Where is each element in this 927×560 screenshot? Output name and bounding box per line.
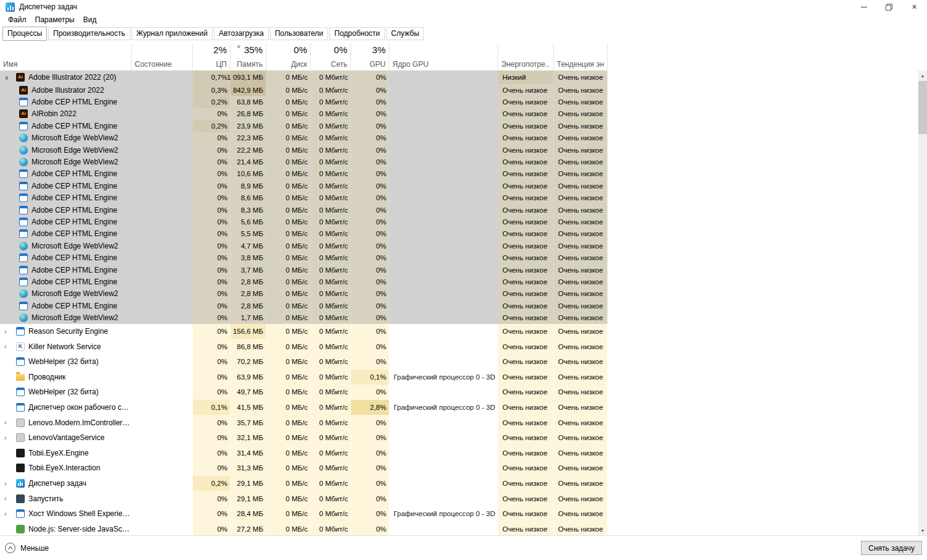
chevron-right-icon[interactable]: › — [2, 511, 16, 517]
process-name: Killer Network Service — [28, 342, 101, 351]
memory-value: 29,1 МБ — [231, 491, 266, 506]
power-usage-value: Очень низкое — [498, 491, 554, 506]
column-header-disk[interactable]: 0%Диск — [266, 43, 311, 70]
table-row[interactable]: Adobe CEP HTML Engine0%10,6 МБ0 МБ/с0 Мб… — [0, 168, 607, 180]
column-header-power_trend[interactable]: Тенденция эн... — [554, 43, 607, 70]
table-row[interactable]: Microsoft Edge WebView20%21,4 МБ0 МБ/с0 … — [0, 156, 607, 168]
table-row[interactable]: Adobe CEP HTML Engine0%2,8 МБ0 МБ/с0 Мби… — [0, 300, 607, 312]
scrollbar-thumb[interactable] — [918, 81, 927, 134]
table-row[interactable]: Adobe CEP HTML Engine0%2,8 МБ0 МБ/с0 Мби… — [0, 276, 607, 287]
tab-app-history[interactable]: Журнал приложений — [132, 27, 213, 40]
table-row[interactable]: WebHelper (32 бита)0%49,7 МБ0 МБ/с0 Мбит… — [0, 384, 607, 400]
process-name-cell: ›Диспетчер задач — [0, 476, 132, 491]
tab-performance[interactable]: Производительность — [48, 27, 130, 40]
tab-startup[interactable]: Автозагрузка — [214, 27, 269, 40]
column-header-memory[interactable]: ∨35%Память — [231, 43, 266, 70]
power-usage-value: Очень низкое — [498, 339, 554, 354]
table-row[interactable]: ∨AiAdobe Illustrator 2022 (20)0,7%1 093,… — [0, 70, 607, 84]
table-row[interactable]: ›Reason Security Engine0%156,6 МБ0 МБ/с0… — [0, 324, 607, 339]
vertical-scrollbar[interactable]: ▲ ▼ — [918, 70, 927, 535]
table-row[interactable]: Adobe CEP HTML Engine0%8,9 МБ0 МБ/с0 Мби… — [0, 180, 607, 192]
table-row[interactable]: Adobe CEP HTML Engine0%8,3 МБ0 МБ/с0 Мби… — [0, 204, 607, 216]
taskmgr-icon — [16, 479, 25, 488]
process-name: WebHelper (32 бита) — [28, 388, 98, 396]
table-row[interactable]: Tobii.EyeX.Interaction0%31,3 МБ0 МБ/с0 М… — [0, 460, 607, 476]
network-value: 0 Мбит/с — [311, 324, 351, 339]
network-value: 0 Мбит/с — [311, 415, 351, 430]
scroll-up-icon[interactable]: ▲ — [918, 70, 927, 80]
table-row[interactable]: Диспетчер окон рабочего стола0,1%41,5 МБ… — [0, 400, 607, 415]
cpu-value: 0% — [193, 446, 231, 461]
tab-details[interactable]: Подробности — [329, 27, 385, 40]
minimize-button[interactable] — [851, 0, 876, 14]
tab-users[interactable]: Пользователи — [270, 27, 328, 40]
disk-value: 0 МБ/с — [266, 415, 311, 430]
table-row[interactable]: Microsoft Edge WebView20%1,7 МБ0 МБ/с0 М… — [0, 312, 607, 323]
table-row[interactable]: Adobe CEP HTML Engine0%8,6 МБ0 МБ/с0 Мби… — [0, 192, 607, 204]
menu-item-file[interactable]: Файл — [4, 15, 31, 25]
cpu-value: 0% — [193, 300, 231, 312]
gpu-engine-value — [389, 339, 498, 354]
power-trend-value: Очень низкое — [554, 276, 607, 287]
process-name-cell: WebHelper (32 бита) — [0, 354, 132, 370]
table-row[interactable]: ›KKiller Network Service0%86,8 МБ0 МБ/с0… — [0, 339, 607, 354]
chevron-right-icon[interactable]: › — [2, 419, 16, 426]
chevron-right-icon[interactable]: › — [2, 343, 16, 350]
table-row[interactable]: ›LenovoVantageService0%32,1 МБ0 МБ/с0 Мб… — [0, 430, 607, 446]
network-value: 0 Мбит/с — [311, 108, 351, 120]
tab-processes[interactable]: Процессы — [2, 27, 47, 41]
table-row[interactable]: Microsoft Edge WebView20%22,2 МБ0 МБ/с0 … — [0, 144, 607, 156]
chevron-right-icon[interactable]: › — [2, 495, 16, 502]
status-value — [132, 276, 193, 287]
column-header-gpu_engine[interactable]: Ядро GPU — [389, 43, 498, 70]
table-row[interactable]: Adobe CEP HTML Engine0%3,7 МБ0 МБ/с0 Мби… — [0, 264, 607, 276]
table-row[interactable]: Microsoft Edge WebView20%2,8 МБ0 МБ/с0 М… — [0, 288, 607, 300]
network-value: 0 Мбит/с — [311, 70, 351, 84]
end-task-button[interactable]: Снять задачу — [861, 541, 922, 555]
fewer-details-toggle[interactable]: Меньше — [5, 543, 49, 553]
process-name: Adobe Illustrator 2022 — [32, 86, 104, 95]
table-row[interactable]: Проводник0%63,9 МБ0 МБ/с0 Мбит/с0,1%Граф… — [0, 370, 607, 385]
edge-webview-icon — [19, 289, 28, 298]
table-row[interactable]: Adobe CEP HTML Engine0%5,5 МБ0 МБ/с0 Мби… — [0, 228, 607, 240]
menu-item-view[interactable]: Вид — [78, 15, 101, 25]
menu-item-options[interactable]: Параметры — [31, 15, 79, 25]
memory-value: 8,6 МБ — [231, 192, 266, 204]
table-row[interactable]: Microsoft Edge WebView20%4,7 МБ0 МБ/с0 М… — [0, 240, 607, 252]
chevron-right-icon[interactable]: › — [2, 480, 16, 487]
gpu-engine-value — [389, 120, 498, 132]
table-row[interactable]: ›Диспетчер задач0,2%29,1 МБ0 МБ/с0 Мбит/… — [0, 476, 607, 491]
gpu-engine-value — [389, 324, 498, 339]
column-header-power[interactable]: Энергопотре... — [498, 43, 554, 70]
column-header-status[interactable]: Состояние — [132, 43, 193, 70]
table-row[interactable]: Adobe CEP HTML Engine0,2%23,9 МБ0 МБ/с0 … — [0, 120, 607, 132]
power-usage-value: Очень низкое — [498, 240, 554, 252]
close-button[interactable]: × — [902, 0, 927, 14]
table-row[interactable]: Adobe CEP HTML Engine0%5,6 МБ0 МБ/с0 Мби… — [0, 216, 607, 227]
column-header-network[interactable]: 0%Сеть — [311, 43, 351, 70]
tab-services[interactable]: Службы — [386, 27, 424, 40]
table-row[interactable]: ›Хост Windows Shell Experience0%28,4 МБ0… — [0, 506, 607, 522]
chevron-right-icon[interactable]: › — [2, 328, 16, 335]
chevron-down-icon[interactable]: ∨ — [2, 74, 16, 81]
column-header-name[interactable]: Имя — [0, 43, 132, 70]
column-header-cpu[interactable]: 2%ЦП — [193, 43, 231, 70]
table-row[interactable]: ›Запустить0%29,1 МБ0 МБ/с0 Мбит/с0%Очень… — [0, 491, 607, 506]
status-value — [132, 415, 193, 430]
table-row[interactable]: AiAdobe Illustrator 20220,3%842,9 МБ0 МБ… — [0, 84, 607, 96]
table-row[interactable]: ›Lenovo.Modern.ImController (3...0%35,7 … — [0, 415, 607, 430]
table-row[interactable]: Microsoft Edge WebView20%22,3 МБ0 МБ/с0 … — [0, 132, 607, 144]
table-row[interactable]: Adobe CEP HTML Engine0,2%63,8 МБ0 МБ/с0 … — [0, 96, 607, 108]
window-title: Диспетчер задач — [19, 2, 77, 11]
process-name-cell: ›Reason Security Engine — [0, 324, 132, 339]
column-header-gpu[interactable]: 3%GPU — [351, 43, 389, 70]
table-row[interactable]: WebHelper (32 бита)0%70,2 МБ0 МБ/с0 Мбит… — [0, 354, 607, 370]
maximize-restore-button[interactable] — [876, 0, 902, 14]
table-row[interactable]: AiAIRobin 20220%26,8 МБ0 МБ/с0 Мбит/с0%О… — [0, 108, 607, 120]
scroll-down-icon[interactable]: ▼ — [918, 525, 927, 535]
table-row[interactable]: Adobe CEP HTML Engine0%3,8 МБ0 МБ/с0 Мби… — [0, 252, 607, 263]
table-row[interactable]: Node.js: Server-side JavaScript0%27,2 МБ… — [0, 522, 607, 535]
table-row[interactable]: Tobii.EyeX.Engine0%31,4 МБ0 МБ/с0 Мбит/с… — [0, 446, 607, 461]
chevron-right-icon[interactable]: › — [2, 435, 16, 441]
disk-value: 0 МБ/с — [266, 132, 311, 144]
